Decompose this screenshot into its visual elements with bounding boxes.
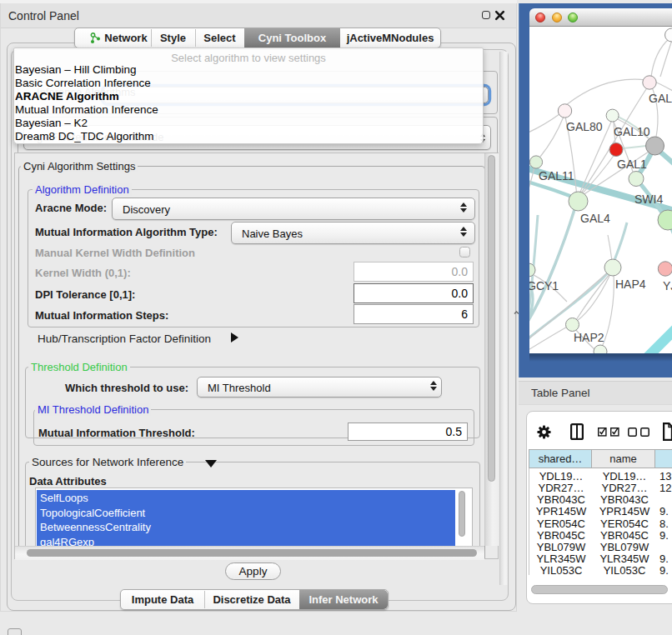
svg-text:YJ: YJ bbox=[663, 279, 672, 292]
svg-text:HAP4: HAP4 bbox=[615, 278, 646, 291]
svg-text:GAL1: GAL1 bbox=[617, 158, 647, 171]
svg-text:HAP2: HAP2 bbox=[574, 331, 604, 344]
svg-text:GCY1: GCY1 bbox=[529, 279, 559, 292]
svg-text:GAL80: GAL80 bbox=[566, 120, 603, 133]
svg-text:SWI4: SWI4 bbox=[634, 192, 663, 206]
svg-text:GAL4: GAL4 bbox=[580, 212, 610, 225]
svg-text:GAL10: GAL10 bbox=[614, 125, 650, 138]
svg-text:GAL11: GAL11 bbox=[539, 169, 574, 182]
svg-text:GAL7: GAL7 bbox=[649, 92, 672, 105]
